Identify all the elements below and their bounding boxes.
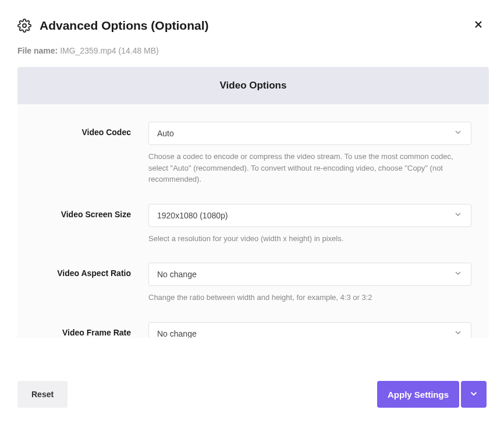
video-frame-rate-select[interactable]: No change xyxy=(148,322,471,338)
chevron-down-icon xyxy=(453,210,463,221)
select-value: No change xyxy=(157,270,453,279)
help-text: Change the ratio between width and heigh… xyxy=(148,292,471,303)
help-text: Select a resolution for your video (widt… xyxy=(148,233,471,245)
header-left: Advanced Options (Optional) xyxy=(17,19,209,33)
option-label: Video Frame Rate xyxy=(35,322,148,338)
svg-point-0 xyxy=(23,24,26,27)
section-header: Video Options xyxy=(17,67,489,104)
option-label: Video Screen Size xyxy=(35,204,148,245)
option-label: Video Codec xyxy=(35,122,148,185)
file-name-label: File name: xyxy=(17,46,58,55)
dialog-header: Advanced Options (Optional) xyxy=(0,0,504,46)
chevron-down-icon xyxy=(468,388,479,401)
video-codec-select[interactable]: Auto xyxy=(148,122,471,145)
gear-icon xyxy=(17,19,31,33)
option-control: Auto Choose a codec to encode or compres… xyxy=(148,122,471,185)
section-body: Video Codec Auto Choose a codec to encod… xyxy=(17,104,489,338)
select-value: 1920x1080 (1080p) xyxy=(157,211,453,220)
help-text: Choose a codec to encode or compress the… xyxy=(148,151,471,185)
option-row-codec: Video Codec Auto Choose a codec to encod… xyxy=(35,122,471,185)
close-button[interactable] xyxy=(470,16,487,34)
option-control: 1920x1080 (1080p) Select a resolution fo… xyxy=(148,204,471,245)
options-content: Video Options Video Codec Auto Choose a … xyxy=(17,67,498,338)
select-value: Auto xyxy=(157,129,453,138)
option-label: Video Aspect Ratio xyxy=(35,263,148,303)
file-name-value: IMG_2359.mp4 (14.48 MB) xyxy=(60,46,159,55)
chevron-down-icon xyxy=(453,128,463,139)
option-control: No change Change the ratio between width… xyxy=(148,263,471,303)
video-aspect-ratio-select[interactable]: No change xyxy=(148,263,471,286)
chevron-down-icon xyxy=(453,328,463,338)
file-info: File name: IMG_2359.mp4 (14.48 MB) xyxy=(0,46,504,67)
option-row-frame-rate: Video Frame Rate No change Change FPS (f… xyxy=(35,322,471,338)
dialog-title: Advanced Options (Optional) xyxy=(40,19,209,33)
apply-settings-button[interactable]: Apply Settings xyxy=(377,381,459,408)
options-scroll-area[interactable]: Video Options Video Codec Auto Choose a … xyxy=(0,67,504,338)
select-value: No change xyxy=(157,329,453,338)
dialog-footer: Reset Apply Settings xyxy=(0,365,504,424)
option-control: No change Change FPS (frames per second)… xyxy=(148,322,471,338)
option-row-screen-size: Video Screen Size 1920x1080 (1080p) Sele… xyxy=(35,204,471,245)
chevron-down-icon xyxy=(453,268,463,280)
close-icon xyxy=(473,19,484,32)
reset-button[interactable]: Reset xyxy=(17,381,68,408)
apply-dropdown-button[interactable] xyxy=(461,381,487,408)
option-row-aspect-ratio: Video Aspect Ratio No change Change the … xyxy=(35,263,471,303)
video-screen-size-select[interactable]: 1920x1080 (1080p) xyxy=(148,204,471,227)
apply-button-group: Apply Settings xyxy=(377,381,487,408)
